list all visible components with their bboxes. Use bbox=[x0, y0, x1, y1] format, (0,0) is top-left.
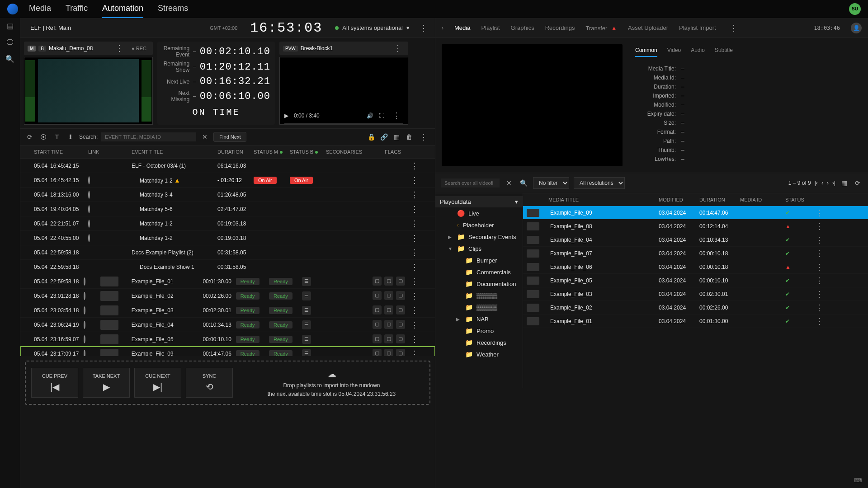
system-status[interactable]: All systems operational ▾ bbox=[335, 24, 410, 31]
row-kebab[interactable]: ⋮ bbox=[408, 204, 421, 214]
refresh-icon[interactable]: ⟳ bbox=[25, 132, 35, 142]
search-submit-icon[interactable]: 🔍 bbox=[519, 178, 528, 188]
action-icon-2[interactable]: ▢ bbox=[384, 320, 393, 329]
media-row[interactable]: Example_File_0803.04.202400:12:14.04▲⋮ bbox=[523, 220, 868, 233]
tree-root[interactable]: Playoutdata▾ bbox=[435, 196, 523, 207]
media-kebab[interactable]: ⋮ bbox=[812, 317, 826, 326]
meta-tab-common[interactable]: Common bbox=[635, 44, 657, 57]
media-kebab[interactable]: ⋮ bbox=[812, 235, 826, 244]
action-icon-1[interactable]: ▢ bbox=[373, 277, 382, 286]
preview-video[interactable]: ▶ 0:00 / 3:40 🔊 ⛶ ⋮ bbox=[279, 57, 408, 125]
playlist-row[interactable]: 05.0423:01:28.18Example_File_02 00:02:26… bbox=[20, 289, 435, 303]
grid-view-icon[interactable]: ▦ bbox=[839, 178, 849, 188]
tree-node[interactable]: ▶📁Secondary Events bbox=[435, 231, 523, 243]
progress-bar[interactable] bbox=[284, 123, 403, 125]
refresh-media-icon[interactable]: ⟳ bbox=[853, 178, 863, 188]
action-icon-3[interactable]: ▢ bbox=[396, 291, 405, 300]
right-kebab[interactable]: ⋮ bbox=[727, 23, 741, 33]
row-kebab[interactable]: ⋮ bbox=[408, 349, 421, 357]
action-icon-2[interactable]: ▢ bbox=[384, 291, 393, 300]
tree-node[interactable]: 📁Documentation bbox=[435, 278, 523, 290]
target-icon[interactable]: ⦿ bbox=[38, 132, 48, 142]
tree-node[interactable]: 📁▒▒▒▒▒ bbox=[435, 301, 523, 313]
row-kebab[interactable]: ⋮ bbox=[408, 262, 421, 272]
program-video[interactable] bbox=[24, 57, 153, 125]
right-tab-asset-uploader[interactable]: Asset Uploader bbox=[628, 24, 668, 32]
action-icon-2[interactable]: ▢ bbox=[384, 349, 393, 357]
secondary-icon[interactable]: ☰ bbox=[302, 291, 311, 300]
take-next-button[interactable]: TAKE NEXT▶ bbox=[83, 368, 130, 398]
action-icon-3[interactable]: ▢ bbox=[396, 334, 405, 343]
action-icon-1[interactable]: ▢ bbox=[373, 334, 382, 343]
media-row[interactable]: Example_File_0403.04.202400:10:34.13✔⋮ bbox=[523, 233, 868, 247]
page-first-icon[interactable]: |‹ bbox=[815, 180, 818, 186]
tree-node[interactable]: 📁Recordings bbox=[435, 337, 523, 348]
play-icon[interactable]: ▶ bbox=[284, 113, 288, 119]
playlist-row[interactable]: 05.0416:45:42.15Matchday 1-2 ▲- 01:20:12… bbox=[20, 173, 435, 188]
tree-node[interactable]: ▼📁Clips bbox=[435, 243, 523, 254]
nav-traffic[interactable]: Traffic bbox=[66, 0, 88, 18]
playlist-row[interactable]: 05.0422:59:58.18Docs Example Playlist (2… bbox=[20, 245, 435, 260]
volume-icon[interactable]: 🔊 bbox=[367, 113, 373, 119]
nav-media[interactable]: Media bbox=[29, 0, 51, 18]
media-search-input[interactable] bbox=[441, 178, 500, 188]
page-prev-icon[interactable]: ‹ bbox=[821, 180, 823, 186]
media-row[interactable]: Example_File_0203.04.202400:02:26.00✔⋮ bbox=[523, 301, 868, 314]
nav-streams[interactable]: Streams bbox=[158, 0, 188, 18]
playlist-row[interactable]: 05.0423:03:54.18Example_File_03 00:02:30… bbox=[20, 303, 435, 318]
media-row[interactable]: Example_File_0703.04.202400:00:10.18✔⋮ bbox=[523, 247, 868, 260]
action-icon-2[interactable]: ▢ bbox=[384, 305, 393, 314]
user-icon[interactable]: 👤 bbox=[851, 23, 862, 33]
find-next-button[interactable]: Find Next bbox=[213, 132, 246, 142]
tree-node[interactable]: 📁Promo bbox=[435, 325, 523, 337]
nav-automation[interactable]: Automation bbox=[102, 0, 143, 18]
media-preview[interactable] bbox=[442, 44, 623, 166]
monitor-icon[interactable]: 🖵 bbox=[6, 38, 14, 47]
link-icon[interactable]: 🔗 bbox=[379, 132, 389, 142]
trash-icon[interactable]: 🗑 bbox=[404, 132, 414, 142]
action-icon-1[interactable]: ▢ bbox=[373, 291, 382, 300]
tree-node[interactable]: ▫Placeholder bbox=[435, 219, 523, 231]
secondary-icon[interactable]: ☰ bbox=[302, 349, 311, 357]
video-kebab[interactable]: ⋮ bbox=[390, 111, 403, 121]
row-kebab[interactable]: ⋮ bbox=[408, 320, 421, 330]
search-icon[interactable]: 🔍 bbox=[5, 55, 14, 63]
filter-select[interactable]: No filter bbox=[533, 177, 569, 189]
playlist-row[interactable]: 05.0423:16:59.07Example_File_05 00:00:10… bbox=[20, 332, 435, 347]
playlist-row[interactable]: 05.0423:06:24.19Example_File_04 00:10:34… bbox=[20, 318, 435, 332]
drop-zone[interactable]: CUE PREV|◀ TAKE NEXT▶ CUE NEXT▶| SYNC⟲ ☁… bbox=[25, 361, 430, 405]
sync-button[interactable]: SYNC⟲ bbox=[186, 368, 233, 398]
cue-prev-button[interactable]: CUE PREV|◀ bbox=[31, 368, 78, 398]
media-row[interactable]: Example_File_0903.04.202400:14:47.06✔⋮ bbox=[523, 206, 868, 220]
clear-media-search-icon[interactable]: ✕ bbox=[504, 178, 514, 188]
media-row[interactable]: Example_File_0503.04.202400:00:10.10✔⋮ bbox=[523, 274, 868, 287]
action-icon-1[interactable]: ▢ bbox=[373, 320, 382, 329]
user-avatar[interactable]: SU bbox=[849, 3, 861, 15]
playlist-row[interactable]: 05.0422:40:55.00Matchday 1-2 00:19:03.18… bbox=[20, 231, 435, 245]
media-kebab[interactable]: ⋮ bbox=[812, 222, 826, 231]
action-icon-3[interactable]: ▢ bbox=[396, 277, 405, 286]
media-kebab[interactable]: ⋮ bbox=[812, 276, 826, 285]
tree-node[interactable]: 📁Weather bbox=[435, 348, 523, 360]
app-logo[interactable] bbox=[7, 4, 18, 14]
tree-node[interactable]: ▶📁NAB bbox=[435, 313, 523, 325]
fullscreen-icon[interactable]: ⛶ bbox=[379, 113, 384, 119]
playlist-kebab[interactable]: ⋮ bbox=[417, 132, 430, 142]
meta-tab-subtitle[interactable]: Subtitle bbox=[715, 44, 733, 57]
tree-node[interactable]: 📁Commercials bbox=[435, 266, 523, 278]
row-kebab[interactable]: ⋮ bbox=[408, 161, 421, 171]
media-kebab[interactable]: ⋮ bbox=[812, 208, 826, 217]
row-kebab[interactable]: ⋮ bbox=[408, 334, 421, 344]
row-kebab[interactable]: ⋮ bbox=[408, 291, 421, 301]
playlist-search-input[interactable] bbox=[101, 132, 196, 141]
playlist-row[interactable]: 05.0422:21:51.07Matchday 1-2 00:19:03.18… bbox=[20, 216, 435, 231]
secondary-icon[interactable]: ☰ bbox=[302, 320, 311, 329]
program-kebab[interactable]: ⋮ bbox=[113, 43, 126, 53]
media-row[interactable]: Example_File_0103.04.202400:01:30.00✔⋮ bbox=[523, 314, 868, 328]
media-kebab[interactable]: ⋮ bbox=[812, 263, 826, 272]
row-kebab[interactable]: ⋮ bbox=[408, 277, 421, 286]
action-icon-1[interactable]: ▢ bbox=[373, 305, 382, 314]
right-tab-transfer[interactable]: Transfer ▲ bbox=[585, 24, 617, 32]
tree-node[interactable]: 🔴Live bbox=[435, 207, 523, 219]
keyboard-icon[interactable]: ⌨ bbox=[854, 477, 862, 483]
